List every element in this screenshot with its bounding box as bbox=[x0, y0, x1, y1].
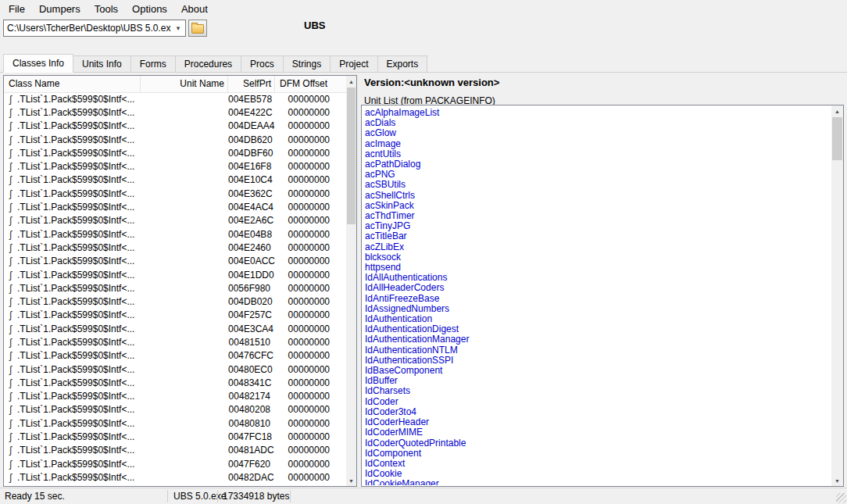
unit-list-item[interactable]: IdBuffer bbox=[365, 376, 831, 386]
class-icon: ʃ bbox=[6, 188, 15, 199]
table-row[interactable]: ʃ.TList`1.Pack$599$0$Intf<...004EB578000… bbox=[4, 92, 346, 105]
dfm-offset-text: 00000000 bbox=[275, 174, 339, 185]
tab-classes-info[interactable]: Classes Info bbox=[3, 54, 73, 73]
class-icon: ʃ bbox=[6, 134, 15, 145]
table-row[interactable]: ʃ.TList`1.Pack$599$0$Intf<...00480810000… bbox=[4, 416, 346, 430]
class-icon: ʃ bbox=[6, 94, 15, 105]
column-header-selfprt[interactable]: SelfPrt bbox=[228, 76, 275, 92]
unit-list-item[interactable]: acntUtils bbox=[365, 149, 831, 159]
table-row[interactable]: ʃ.TList`1.Pack$599$0$Intf<...004E0ACC000… bbox=[4, 255, 346, 268]
unit-list-item[interactable]: acTitleBar bbox=[365, 231, 831, 241]
classes-vertical-scrollbar[interactable]: ▲ ▼ bbox=[346, 76, 356, 486]
unit-list-item[interactable]: acAlphaImageList bbox=[365, 108, 831, 118]
chevron-down-icon[interactable]: ▾ bbox=[171, 20, 185, 36]
unit-list-item[interactable]: acGlow bbox=[365, 128, 831, 138]
unit-list-item[interactable]: IdCoder bbox=[365, 397, 831, 407]
menu-item-tools[interactable]: Tools bbox=[88, 1, 125, 17]
scroll-down-icon[interactable]: ▼ bbox=[831, 475, 843, 486]
unit-list-item[interactable]: acShellCtrls bbox=[365, 191, 831, 201]
table-row[interactable]: ʃ.TList`1.Pack$599$0$Intf<...004E10C4000… bbox=[4, 173, 346, 187]
table-row[interactable]: ʃ.TList`1.Pack$599$0$Intf<...004DEAA4000… bbox=[4, 120, 346, 133]
unit-list-item[interactable]: acZLibEx bbox=[365, 242, 831, 252]
unit-list-item[interactable]: IdBaseComponent bbox=[365, 366, 831, 376]
table-row[interactable]: ʃ.TList`1.Pack$599$0$Intf<...00480EC0000… bbox=[4, 363, 346, 376]
table-row[interactable]: ʃ.TList`1.Pack$599$0$Intf<...0056F980000… bbox=[4, 281, 346, 295]
table-row[interactable]: ʃ.TList`1.Pack$599$0$Intf<...004E422C000… bbox=[4, 105, 346, 119]
column-header-unit-name[interactable]: Unit Name bbox=[141, 76, 228, 92]
menu-item-dumpers[interactable]: Dumpers bbox=[32, 1, 88, 17]
class-icon: ʃ bbox=[6, 404, 15, 415]
scrollbar-thumb[interactable] bbox=[832, 117, 842, 160]
unit-list-item[interactable]: IdCoder3to4 bbox=[365, 407, 831, 417]
table-row[interactable]: ʃ.TList`1.Pack$599$0$Intf<...004E2A6C000… bbox=[4, 214, 346, 227]
unit-list-item[interactable]: IdAuthenticationNTLM bbox=[365, 345, 831, 356]
file-path-combobox[interactable]: C:\Users\TcherBer\Desktop\UBS 5.0.exe ▾ bbox=[3, 20, 186, 37]
tab-project[interactable]: Project bbox=[330, 55, 377, 72]
unit-list-item[interactable]: IdAllHeaderCoders bbox=[365, 283, 831, 293]
unit-list-item[interactable]: acDials bbox=[365, 118, 831, 128]
column-header-dfm-offset[interactable]: DFM Offset bbox=[275, 76, 339, 92]
unit-list-item[interactable]: IdContext bbox=[365, 459, 831, 469]
table-row[interactable]: ʃ.TList`1.Pack$599$0$Intf<...0047F620000… bbox=[4, 457, 346, 470]
unit-list-item[interactable]: acThdTimer bbox=[365, 211, 831, 221]
scrollbar-thumb[interactable] bbox=[347, 88, 356, 224]
unit-list-item[interactable]: IdCoderQuotedPrintable bbox=[365, 438, 831, 449]
table-row[interactable]: ʃ.TList`1.Pack$599$0$Intf<...004E04B8000… bbox=[4, 227, 346, 241]
table-row[interactable]: ʃ.TList`1.Pack$599$0$Intf<...004DB020000… bbox=[4, 295, 346, 308]
table-row[interactable]: ʃ.TList`1.Pack$599$0$Intf<...0048341C000… bbox=[4, 376, 346, 389]
unit-list-item[interactable]: IdCookieManager bbox=[365, 479, 831, 485]
table-row[interactable]: ʃ.TList`1.Pack$599$0$Intf<...004E3CA4000… bbox=[4, 322, 346, 335]
tab-exports[interactable]: Exports bbox=[377, 55, 428, 72]
table-row[interactable]: ʃ.TList`1.Pack$599$0$Intf<...004F257C000… bbox=[4, 309, 346, 322]
browse-button[interactable] bbox=[188, 20, 207, 37]
tab-forms[interactable]: Forms bbox=[130, 55, 176, 72]
menu-item-about[interactable]: About bbox=[174, 1, 215, 17]
table-row[interactable]: ʃ.TList`1.Pack$599$0$Intf<...00481510000… bbox=[4, 335, 346, 349]
unit-list-item[interactable]: acSkinPack bbox=[365, 201, 831, 211]
table-row[interactable]: ʃ.TList`1.Pack$599$0$Intf<...004E362C000… bbox=[4, 187, 346, 200]
unit-list-item[interactable]: acSBUtils bbox=[365, 180, 831, 190]
unit-list-item[interactable]: acImage bbox=[365, 139, 831, 149]
unit-list-item[interactable]: IdAntiFreezeBase bbox=[365, 294, 831, 304]
table-row[interactable]: ʃ.TList`1.Pack$599$0$Intf<...004E16F8000… bbox=[4, 159, 346, 173]
units-vertical-scrollbar[interactable]: ▲ ▼ bbox=[831, 105, 843, 486]
column-header-class-name[interactable]: Class Name bbox=[4, 76, 141, 92]
table-row[interactable]: ʃ.TList`1.Pack$599$0$Intf<...004DBF60000… bbox=[4, 146, 346, 159]
table-row[interactable]: ʃ.TList`1.Pack$599$0$Intf<...004E1DD0000… bbox=[4, 268, 346, 281]
unit-list-item[interactable]: acTinyJPG bbox=[365, 221, 831, 231]
table-row[interactable]: ʃ.TList`1.Pack$599$0$Intf<...00476CFC000… bbox=[4, 349, 346, 363]
table-row[interactable]: ʃ.TList`1.Pack$599$0$Intf<...004E2460000… bbox=[4, 241, 346, 254]
dfm-offset-text: 00000000 bbox=[275, 377, 339, 388]
tab-strings[interactable]: Strings bbox=[283, 55, 331, 72]
table-row[interactable]: ʃ.TList`1.Pack$599$0$Intf<...00482DAC000… bbox=[4, 470, 346, 484]
class-name-text: .TList`1.Pack$599$0$Intf<... bbox=[17, 337, 134, 348]
class-name-text: .TList`1.Pack$599$0$Intf<... bbox=[17, 391, 134, 402]
menu-item-file[interactable]: File bbox=[2, 1, 32, 17]
scroll-down-icon[interactable]: ▼ bbox=[346, 475, 356, 486]
table-row[interactable]: ʃ.TList`1.Pack$599$0$Intf<...00482174000… bbox=[4, 390, 346, 403]
table-row[interactable]: ʃ.TList`1.Pack$599$0$Intf<...004E4AC4000… bbox=[4, 200, 346, 213]
selfprt-text: 004DB620 bbox=[228, 134, 275, 145]
unit-list-item[interactable]: IdCoderHeader bbox=[365, 417, 831, 427]
menu-item-options[interactable]: Options bbox=[125, 1, 174, 17]
tab-units-info[interactable]: Units Info bbox=[73, 55, 131, 72]
unit-list-item[interactable]: acPathDialog bbox=[365, 159, 831, 170]
unit-list-item[interactable]: IdCharsets bbox=[365, 386, 831, 396]
unit-list-item[interactable]: IdAuthenticationManager bbox=[365, 334, 831, 345]
scroll-up-icon[interactable]: ▲ bbox=[831, 105, 843, 116]
unit-list-item[interactable]: blcksock bbox=[365, 252, 831, 263]
class-icon: ʃ bbox=[6, 323, 15, 334]
table-row[interactable]: ʃ.TList`1.Pack$599$0$Intf<...00481ADC000… bbox=[4, 444, 346, 457]
table-row[interactable]: ʃ.TList`1.Pack$599$0$Intf<...00480208000… bbox=[4, 403, 346, 416]
table-row[interactable]: ʃ.TList`1.Pack$599$0$Intf<...0047FC18000… bbox=[4, 430, 346, 443]
resize-grip[interactable] bbox=[836, 493, 846, 503]
table-row[interactable]: ʃ.TList`1.Pack$599$0$Intf<...004DB620000… bbox=[4, 133, 346, 146]
unit-list-item[interactable]: acPNG bbox=[365, 170, 831, 180]
unit-list-item[interactable]: IdComponent bbox=[365, 449, 831, 459]
scroll-up-icon[interactable]: ▲ bbox=[346, 76, 356, 87]
unit-list-item[interactable]: IdCoderMIME bbox=[365, 427, 831, 438]
unit-list-item[interactable]: IdAssignedNumbers bbox=[365, 304, 831, 314]
class-name-text: .TList`1.Pack$599$0$Intf<... bbox=[17, 161, 134, 172]
tab-procs[interactable]: Procs bbox=[241, 55, 284, 72]
tab-procedures[interactable]: Procedures bbox=[175, 55, 241, 72]
